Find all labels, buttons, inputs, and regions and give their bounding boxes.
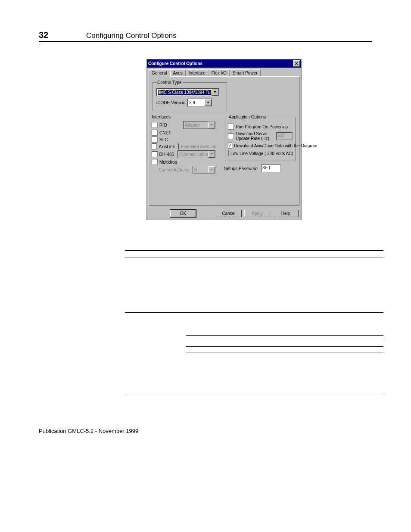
tab-general[interactable]: General [149,69,170,77]
communications-select: Communications [177,150,215,158]
tab-flex-io[interactable]: Flex I/O [209,69,230,76]
control-type-group: Control Type IMC S Class 1394/1394 Turbo… [153,80,227,111]
chevron-down-icon [208,151,215,158]
axislink-label: AxisLink [159,144,174,149]
apply-button: Apply [244,210,270,217]
cancel-button[interactable]: Cancel [216,210,242,217]
run-on-powerup-label: Run Program On Power-up [236,124,288,129]
download-servo-checkbox[interactable] [228,133,234,139]
table-cell [186,313,383,393]
rio-checkbox[interactable] [152,122,158,128]
extended-axislink-checkbox [178,143,179,149]
table-cell [125,251,186,258]
table-cell [125,258,186,313]
ok-button[interactable]: OK [170,210,196,217]
dialog-titlebar: Configure Control Options ✕ [147,59,301,68]
control-address-value: 0 [194,168,208,172]
publication-footer: Publication GMLC-5.2 - November 1999 [39,428,372,434]
dh485-checkbox[interactable] [152,151,158,157]
slc-checkbox[interactable] [152,137,158,143]
setups-password-label: Setups Password [224,166,258,171]
application-options-legend: Application Options [228,115,267,119]
icode-version-label: iCODE Version [156,100,187,105]
icode-version-select[interactable]: 3.9 [187,99,212,106]
control-address-label: Control Address [159,168,189,172]
inner-table [186,313,383,358]
control-type-legend: Control Type [156,80,183,85]
setups-password-field[interactable]: SET [261,165,281,172]
chevron-down-icon [208,121,215,128]
multidrop-checkbox[interactable] [152,159,158,165]
page-number: 32 [39,30,86,40]
tab-content: Control Type IMC S Class 1394/1394 Turbo… [149,76,299,205]
table-cell [186,251,383,258]
section-title: Configuring Control Options [86,31,177,40]
download-axis-label: Download Axis/Drive Data with the Diagra… [234,143,317,148]
tab-axes[interactable]: Axes [170,69,186,76]
control-type-select[interactable]: IMC S Class 1394/1394 Turbo [156,88,219,96]
close-icon[interactable]: ✕ [293,60,300,67]
adapter-select: Adapter [183,121,215,129]
communications-value: Communications [179,152,208,157]
control-type-value: IMC S Class 1394/1394 Turbo [158,90,212,95]
tab-interface[interactable]: Interface [186,69,209,76]
download-servo-label: Download Servo Update Rate (Hz) [236,131,274,141]
table-cell [186,258,383,313]
run-on-powerup-checkbox[interactable] [228,124,234,130]
rio-label: RIO [159,123,167,128]
chevron-down-icon [208,166,215,173]
tab-smart-power[interactable]: Smart Power [230,69,261,76]
options-table [125,250,383,393]
configure-control-options-dialog: Configure Control Options ✕ General Axes… [146,59,302,220]
chevron-down-icon [205,99,212,106]
adapter-value: Adapter [185,123,208,128]
table-cell [125,313,186,393]
cnet-label: CNET [159,131,171,135]
slc-label: SLC [159,137,168,142]
update-rate-field: 500 [276,132,293,140]
application-options-group: Application Options Run Program On Power… [224,115,296,174]
icode-version-value: 3.9 [189,100,205,105]
extended-axislink-label: Extended AxisLink [181,144,216,149]
multidrop-label: Multidrop [159,160,177,165]
dh485-label: DH-485 [159,152,174,157]
cnet-checkbox[interactable] [152,130,158,136]
chevron-down-icon [212,89,218,96]
control-address-select: 0 [193,166,215,174]
interfaces-legend: Interfaces [152,115,215,119]
download-axis-checkbox[interactable] [228,143,232,149]
low-line-voltage-label: Low Line Voltage ( 380 Volts AC) [230,151,293,156]
page-header: 32 Configuring Control Options [39,30,372,42]
axislink-checkbox[interactable] [152,143,157,149]
dialog-button-row: OK Cancel Apply Help [147,207,301,220]
help-button[interactable]: Help [273,210,299,217]
low-line-voltage-checkbox[interactable] [228,150,229,156]
dialog-title: Configure Control Options [148,61,202,66]
interfaces-group: Interfaces RIO Adapter CNET [152,115,215,174]
dialog-tabs: General Axes Interface Flex I/O Smart Po… [147,68,301,76]
